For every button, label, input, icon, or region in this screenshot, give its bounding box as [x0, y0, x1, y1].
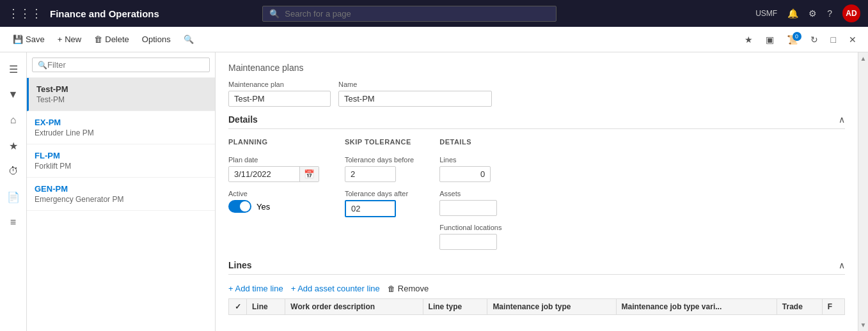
list-item-title: Test-PM: [36, 84, 207, 94]
company-label: USMF: [755, 9, 777, 18]
lines-table-header: Line type: [423, 299, 487, 315]
favorites-toolbar-icon[interactable]: ★: [741, 32, 757, 47]
lines-table-header: ✓: [229, 299, 247, 315]
functional-locations-label: Functional locations: [439, 224, 501, 231]
badge-toolbar-icon[interactable]: 📜 0: [783, 32, 801, 47]
modules-side-icon[interactable]: ≡: [2, 211, 25, 234]
details-right-column: DETAILS Lines Assets Functional location…: [439, 138, 501, 250]
close-toolbar-icon[interactable]: ✕: [845, 32, 860, 47]
lines-field: Lines: [439, 156, 501, 182]
top-navigation: ⋮⋮⋮ Finance and Operations 🔍 USMF 🔔 ⚙ ? …: [0, 0, 868, 27]
filter-input[interactable]: [47, 60, 204, 70]
list-item[interactable]: GEN-PM Emergency Generator PM: [27, 178, 215, 211]
maintenance-plans-title: Maintenance plans: [228, 63, 845, 73]
name-input[interactable]: [338, 91, 492, 107]
remove-icon: 🗑: [388, 284, 395, 293]
assets-label: Assets: [439, 190, 501, 197]
search-toolbar-icon: 🔍: [184, 35, 194, 44]
tolerance-before-label: Tolerance days before: [345, 156, 414, 164]
tolerance-after-input[interactable]: [345, 200, 396, 217]
list-item[interactable]: FL-PM Forklift PM: [27, 144, 215, 178]
lines-collapse-icon[interactable]: ∧: [839, 260, 845, 270]
app-grid-icon[interactable]: ⋮⋮⋮: [8, 6, 42, 20]
lines-toolbar: + Add time line + Add asset counter line…: [228, 284, 845, 293]
lines-section-title: Lines: [228, 260, 252, 270]
functional-locations-field: Functional locations: [439, 224, 501, 250]
search-input[interactable]: [285, 9, 549, 19]
top-right-icons: USMF 🔔 ⚙ ? AD: [755, 4, 860, 22]
toolbar-right: ★ ▣ 📜 0 ↻ □ ✕: [741, 32, 860, 47]
add-time-line-button[interactable]: + Add time line: [228, 284, 283, 293]
filter-bar[interactable]: 🔍: [32, 58, 210, 72]
details-collapse-icon[interactable]: ∧: [839, 114, 845, 125]
lines-input[interactable]: [439, 166, 491, 182]
lines-table-header: F: [822, 299, 844, 315]
help-icon[interactable]: ?: [827, 8, 832, 19]
assets-input[interactable]: [439, 200, 497, 216]
list-item[interactable]: Test-PM Test-PM: [27, 78, 215, 111]
lines-table-header-row: ✓LineWork order descriptionLine typeMain…: [229, 299, 845, 315]
search-box[interactable]: 🔍: [262, 6, 556, 22]
maintenance-plan-field-group: Maintenance plan: [228, 81, 331, 107]
list-panel: 🔍 Test-PM Test-PM EX-PM Extruder Line PM…: [27, 52, 216, 331]
add-asset-counter-button[interactable]: + Add asset counter line: [291, 284, 380, 293]
side-navigation: ☰ ▼ ⌂ ★ ⏱ 📄 ≡: [0, 52, 27, 331]
maintenance-plan-input[interactable]: [228, 91, 331, 107]
list-item-title: GEN-PM: [35, 184, 207, 194]
lines-table-header: Maintenance job type: [487, 299, 616, 315]
favorites-side-icon[interactable]: ★: [2, 134, 25, 157]
maximize-toolbar-icon[interactable]: □: [827, 32, 840, 47]
delete-button[interactable]: 🗑 Delete: [89, 32, 134, 47]
lines-table-header: Line: [247, 299, 285, 315]
app-title: Finance and Operations: [50, 8, 159, 19]
list-items-container: Test-PM Test-PM EX-PM Extruder Line PM F…: [27, 78, 215, 331]
calendar-icon[interactable]: 📅: [299, 167, 319, 181]
functional-locations-input[interactable]: [439, 234, 497, 250]
list-item-subtitle: Forklift PM: [35, 162, 207, 171]
planning-col-title: PLANNING: [228, 138, 319, 146]
tolerance-before-input[interactable]: [345, 166, 396, 182]
search-toolbar-button[interactable]: 🔍: [178, 32, 199, 47]
active-toggle[interactable]: [228, 200, 251, 213]
details-col-title: DETAILS: [439, 138, 501, 146]
workspace-toolbar-icon[interactable]: ▣: [762, 32, 778, 47]
settings-icon[interactable]: ⚙: [809, 8, 817, 19]
list-item-subtitle: Test-PM: [36, 95, 207, 104]
detail-panel: Maintenance plans Maintenance plan Name …: [216, 52, 858, 331]
notifications-icon[interactable]: 🔔: [787, 8, 798, 19]
planning-column: PLANNING Plan date 📅 Active Yes: [228, 138, 319, 250]
right-scrollbar[interactable]: ▲ ▼: [858, 52, 868, 331]
scroll-down-arrow[interactable]: ▼: [859, 320, 868, 330]
details-section-title: Details: [228, 114, 258, 125]
hamburger-menu-icon[interactable]: ☰: [2, 58, 25, 81]
list-item[interactable]: EX-PM Extruder Line PM: [27, 111, 215, 144]
scroll-up-arrow[interactable]: ▲: [859, 54, 868, 63]
lines-section: Lines ∧ + Add time line + Add asset coun…: [228, 260, 845, 315]
delete-icon: 🗑: [94, 35, 102, 44]
tolerance-after-field: Tolerance days after: [345, 190, 414, 217]
list-item-title: EX-PM: [35, 118, 207, 127]
filter-side-icon[interactable]: ▼: [2, 83, 25, 106]
lines-table-header: Work order description: [285, 299, 423, 315]
active-yes-label: Yes: [256, 202, 270, 212]
plan-date-input[interactable]: [229, 167, 299, 181]
home-side-icon[interactable]: ⌂: [2, 109, 25, 132]
save-button[interactable]: 💾 Save: [8, 32, 50, 47]
list-item-subtitle: Extruder Line PM: [35, 128, 207, 137]
avatar[interactable]: AD: [842, 4, 860, 22]
save-icon: 💾: [13, 35, 23, 44]
plan-date-field: Plan date 📅: [228, 156, 319, 182]
list-item-subtitle: Emergency Generator PM: [35, 195, 207, 204]
options-button[interactable]: Options: [137, 32, 176, 47]
lines-table: ✓LineWork order descriptionLine typeMain…: [228, 298, 845, 315]
workspace-side-icon[interactable]: 📄: [2, 185, 25, 208]
list-filter-area: 🔍: [27, 52, 215, 78]
remove-button[interactable]: 🗑 Remove: [388, 284, 429, 293]
name-field-group: Name: [338, 81, 492, 107]
tolerance-after-label: Tolerance days after: [345, 190, 414, 197]
details-grid: PLANNING Plan date 📅 Active Yes: [228, 138, 845, 250]
refresh-toolbar-icon[interactable]: ↻: [807, 32, 822, 47]
recent-side-icon[interactable]: ⏱: [2, 160, 25, 183]
new-button[interactable]: + New: [52, 32, 87, 47]
maintenance-plan-label: Maintenance plan: [228, 81, 331, 88]
